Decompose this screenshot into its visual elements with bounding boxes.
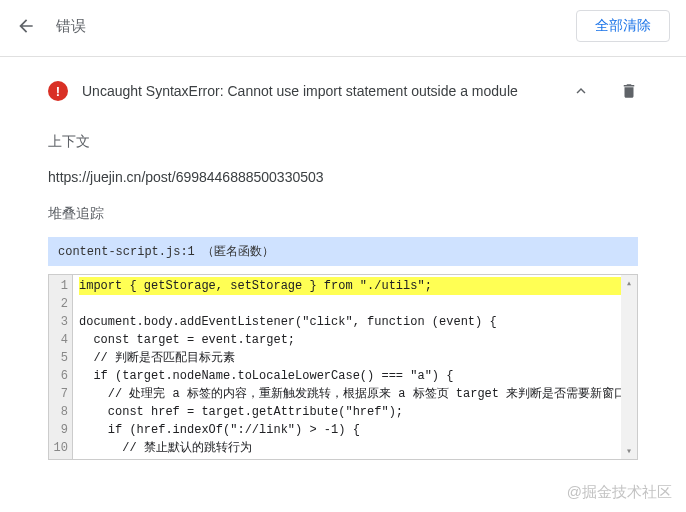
- error-row: ! Uncaught SyntaxError: Cannot use impor…: [48, 57, 638, 121]
- page-title: 错误: [56, 17, 576, 36]
- context-label: 上下文: [48, 133, 638, 151]
- code-viewer: 12345678910 import { getStorage, setStor…: [48, 274, 638, 460]
- code-line: // 禁止默认的跳转行为: [79, 439, 621, 457]
- stack-trace-label: 堆叠追踪: [48, 205, 638, 223]
- chevron-up-icon[interactable]: [572, 82, 590, 100]
- scrollbar[interactable]: ▴ ▾: [621, 275, 637, 459]
- trash-icon[interactable]: [620, 82, 638, 100]
- context-url: https://juejin.cn/post/69984468885003305…: [48, 169, 638, 185]
- error-icon: !: [48, 81, 68, 101]
- scroll-up-icon[interactable]: ▴: [621, 275, 637, 291]
- code-line: const target = event.target;: [79, 331, 621, 349]
- code-line: // 处理完 a 标签的内容，重新触发跳转，根据原来 a 标签页 target …: [79, 385, 621, 403]
- code-line: document.body.addEventListener("click", …: [79, 313, 621, 331]
- code-line: [79, 295, 621, 313]
- scroll-down-icon[interactable]: ▾: [621, 443, 637, 459]
- code-line: import { getStorage, setStorage } from "…: [79, 277, 621, 295]
- stack-source-header[interactable]: content-script.js:1 （匿名函数）: [48, 237, 638, 266]
- line-gutter: 12345678910: [49, 275, 73, 459]
- header-bar: 错误 全部清除: [0, 0, 686, 57]
- back-arrow-icon[interactable]: [16, 16, 36, 36]
- code-lines: import { getStorage, setStorage } from "…: [73, 275, 621, 459]
- watermark: @掘金技术社区: [567, 483, 672, 502]
- error-message: Uncaught SyntaxError: Cannot use import …: [82, 83, 572, 99]
- code-line: if (target.nodeName.toLocaleLowerCase() …: [79, 367, 621, 385]
- code-line: // 判断是否匹配目标元素: [79, 349, 621, 367]
- clear-all-button[interactable]: 全部清除: [576, 10, 670, 42]
- code-line: if (href.indexOf("://link") > -1) {: [79, 421, 621, 439]
- code-line: const href = target.getAttribute("href")…: [79, 403, 621, 421]
- content-area: ! Uncaught SyntaxError: Cannot use impor…: [0, 57, 686, 460]
